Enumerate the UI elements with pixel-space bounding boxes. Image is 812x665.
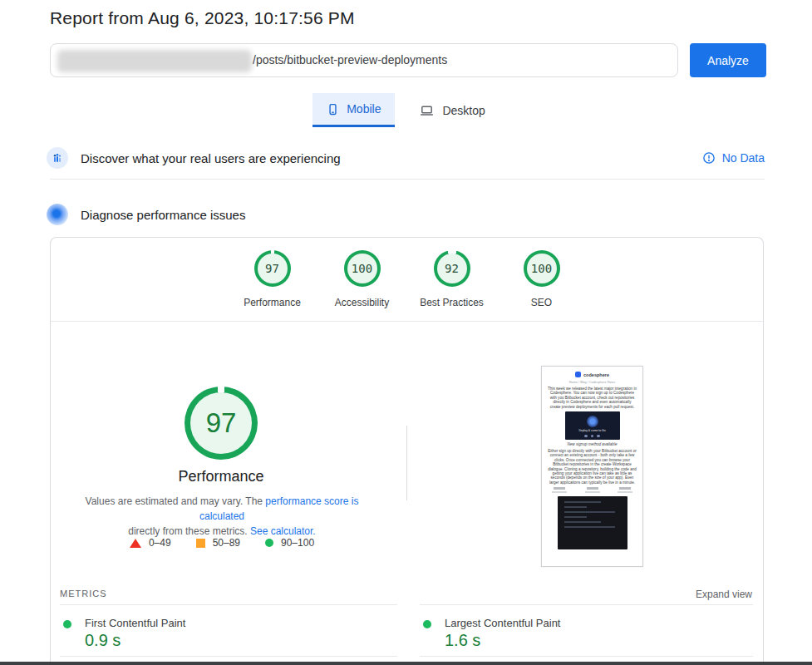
thumbnail-paragraph-2: Either sign up directly with your Bitbuc… bbox=[548, 449, 637, 485]
metrics-divider-right bbox=[420, 604, 753, 605]
see-calculator-link[interactable]: See calculator. bbox=[250, 525, 316, 537]
tab-mobile-label: Mobile bbox=[347, 102, 381, 116]
green-circle-icon bbox=[265, 539, 273, 547]
thumbnail-breadcrumb: Home / Blog / Codesphere News bbox=[542, 381, 642, 384]
metrics-divider-left bbox=[60, 604, 397, 605]
legend-average: 50–89 bbox=[196, 537, 240, 549]
url-input[interactable]: /posts/bitbucket-preview-deployments bbox=[50, 43, 678, 77]
expand-view-button[interactable]: Expand view bbox=[696, 589, 752, 600]
fcp-pass-icon bbox=[63, 620, 71, 628]
accessibility-score-ring: 100 bbox=[344, 250, 381, 287]
tab-desktop[interactable]: Desktop bbox=[405, 93, 499, 127]
performance-gauge-value: 97 bbox=[206, 407, 237, 439]
performance-gauge: 97 bbox=[185, 387, 258, 460]
legend-fail: 0–49 bbox=[130, 537, 171, 549]
tab-mobile[interactable]: Mobile bbox=[312, 93, 395, 127]
field-data-section-header: Discover what your real users are experi… bbox=[47, 141, 765, 175]
seo-score-ring: 100 bbox=[524, 250, 560, 287]
performance-score-label: Performance bbox=[244, 297, 301, 308]
best-practices-score-ring: 92 bbox=[434, 250, 470, 287]
url-path-text: /posts/bitbucket-preview-deployments bbox=[253, 44, 447, 76]
seo-score-label: SEO bbox=[531, 297, 552, 308]
lcp-pass-icon bbox=[423, 620, 431, 628]
disclaimer-text-2: directly from these metrics. bbox=[128, 525, 250, 537]
page-screenshot-thumbnail[interactable]: codesphere Home / Blog / Codesphere News… bbox=[541, 366, 643, 567]
seo-score-value: 100 bbox=[531, 262, 552, 275]
field-section-title: Discover what your real users are experi… bbox=[81, 151, 341, 165]
legend-pass-range: 90–100 bbox=[281, 537, 314, 549]
orange-square-icon bbox=[196, 539, 205, 548]
metrics-bottom-divider-right bbox=[420, 656, 753, 657]
red-triangle-icon bbox=[130, 539, 141, 548]
thumbnail-video-frame: Deploy & come to Go bbox=[565, 411, 620, 440]
lcp-metric-value: 1.6 s bbox=[445, 631, 480, 650]
score-legend: 0–49 50–89 90–100 bbox=[63, 537, 381, 549]
score-best-practices[interactable]: 92 Best Practices bbox=[407, 250, 497, 308]
device-tabs: Mobile Desktop bbox=[0, 93, 812, 127]
thumbnail-mini-table bbox=[552, 487, 632, 493]
analyze-button[interactable]: Analyze bbox=[690, 43, 766, 77]
accessibility-score-label: Accessibility bbox=[335, 297, 389, 308]
info-alert-icon bbox=[702, 151, 716, 165]
legend-average-range: 50–89 bbox=[213, 537, 240, 549]
score-performance[interactable]: 97 Performance bbox=[228, 250, 317, 308]
video-controls-icons bbox=[565, 435, 620, 438]
metrics-heading: METRICS bbox=[60, 589, 107, 598]
lab-data-section-header: Diagnose performance issues bbox=[47, 198, 765, 231]
thumbnail-site-logo: codesphere bbox=[542, 372, 642, 377]
thumbnail-dark-screenshot bbox=[558, 496, 627, 549]
legend-pass: 90–100 bbox=[265, 537, 314, 549]
performance-gauge-label: Performance bbox=[138, 468, 304, 485]
no-data-label: No Data bbox=[722, 151, 765, 165]
accessibility-score-value: 100 bbox=[352, 262, 372, 275]
best-practices-score-label: Best Practices bbox=[420, 297, 484, 308]
score-accessibility[interactable]: 100 Accessibility bbox=[317, 250, 407, 308]
legend-fail-range: 0–49 bbox=[149, 537, 171, 549]
tab-desktop-label: Desktop bbox=[442, 104, 485, 117]
no-data-badge[interactable]: No Data bbox=[702, 151, 765, 165]
thumbnail-caption: New signup method available bbox=[542, 442, 642, 446]
score-summary: 97 Performance 100 Accessibility 92 Best… bbox=[50, 250, 764, 308]
lcp-metric-name: Largest Contentful Paint bbox=[445, 617, 560, 629]
page-title: Report from Aug 6, 2023, 10:17:56 PM bbox=[50, 8, 355, 28]
thumbnail-paragraph-1: This week we released the latest major i… bbox=[548, 387, 637, 409]
score-seo[interactable]: 100 SEO bbox=[497, 250, 587, 308]
lab-section-title: Diagnose performance issues bbox=[81, 208, 245, 222]
column-divider bbox=[406, 426, 407, 500]
mobile-phone-icon bbox=[327, 102, 339, 116]
fcp-metric-value: 0.9 s bbox=[85, 631, 121, 650]
site-logo-icon bbox=[575, 372, 581, 377]
real-users-icon bbox=[47, 147, 68, 169]
video-glow-icon bbox=[587, 416, 598, 427]
url-redacted-domain bbox=[57, 50, 252, 72]
diagnose-icon bbox=[47, 204, 68, 225]
disclaimer-text-1: Values are estimated and may vary. The bbox=[86, 495, 266, 507]
metrics-bottom-divider-left bbox=[60, 656, 397, 657]
next-section-edge bbox=[0, 662, 812, 665]
score-disclaimer: Values are estimated and may vary. The p… bbox=[63, 494, 381, 539]
card-divider bbox=[51, 321, 763, 322]
desktop-laptop-icon bbox=[419, 104, 435, 117]
best-practices-score-value: 92 bbox=[445, 262, 459, 275]
performance-score-ring: 97 bbox=[254, 250, 291, 287]
fcp-metric-name: First Contentful Paint bbox=[85, 617, 185, 629]
performance-score-value: 97 bbox=[265, 262, 279, 275]
section-divider bbox=[50, 179, 765, 180]
